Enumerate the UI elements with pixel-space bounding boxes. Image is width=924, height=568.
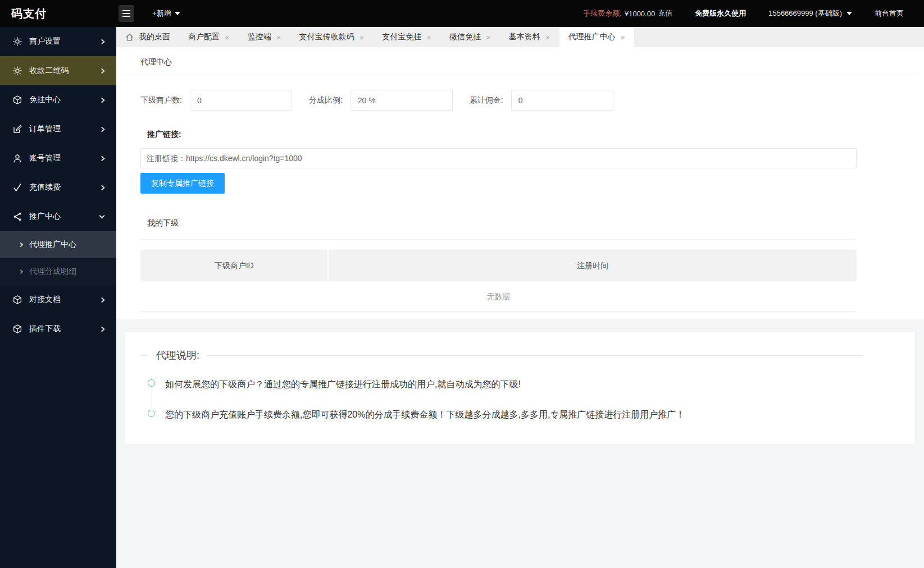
field-subordinate-count: 下级商户数: [140, 90, 292, 111]
sidebar-item-label: 商户设置 [29, 36, 100, 47]
topbar: 码支付 +新增 手续费余额: ¥1000.00 充值 免费版永久使用 15566… [0, 0, 924, 27]
sidebar-item-order-management[interactable]: 订单管理 [0, 114, 116, 144]
account-label: 15566669999 (基础版) [768, 8, 842, 19]
tab-label: 支付宝传收款码 [299, 32, 354, 42]
promotion-submenu: 代理推广中心 代理分成明细 [0, 231, 116, 285]
close-icon[interactable]: × [276, 33, 281, 42]
copy-promo-link-button[interactable]: 复制专属推广链接 [140, 173, 225, 194]
edit-icon [12, 124, 22, 134]
sidebar-item-api-docs[interactable]: 对接文档 [0, 285, 116, 314]
sidebar-item-label: 收款二维码 [29, 66, 100, 76]
check-icon [12, 182, 22, 193]
fee-balance-value: ¥1000.00 [625, 10, 655, 18]
cube-icon [12, 295, 22, 305]
close-icon[interactable]: × [225, 33, 230, 42]
tab-alipay-qr-upload[interactable]: 支付宝传收款码 × [290, 27, 374, 47]
field-label: 分成比例: [309, 95, 351, 106]
tab-basic-info[interactable]: 基本资料 × [500, 27, 559, 47]
sidebar-item-label: 对接文档 [29, 295, 100, 305]
sidebar-item-promotion-center[interactable]: 推广中心 [0, 202, 116, 231]
tab-label: 监控端 [248, 32, 271, 42]
tab-merchant-config[interactable]: 商户配置 × [179, 27, 239, 47]
chevron-right-icon [99, 297, 105, 303]
field-commission-ratio: 分成比例: [309, 90, 453, 111]
front-home-link[interactable]: 前台首页 [875, 8, 904, 19]
tab-bar: 我的桌面 商户配置 × 监控端 × 支付宝传收款码 × 支付宝免挂 × 微信免挂… [116, 27, 924, 47]
note-text: 如何发展您的下级商户？通过您的专属推广链接进行注册成功的用户,就自动成为您的下级… [165, 379, 521, 389]
sidebar-item-qrcode[interactable]: 收款二维码 [0, 56, 116, 85]
chevron-right-icon [99, 97, 105, 103]
notes-title-separator: 代理说明: [141, 349, 899, 362]
tab-label: 基本资料 [509, 32, 540, 42]
home-icon [125, 33, 134, 42]
share-icon [12, 212, 22, 222]
field-total-commission: 累计佣金: [470, 90, 613, 111]
tab-my-desktop[interactable]: 我的桌面 [116, 27, 179, 47]
register-link-box[interactable]: 注册链接：https://cs.dkewl.cn/login?tg=1000 [140, 148, 857, 168]
promo-link-label: 推广链接: [147, 130, 857, 140]
sidebar-subitem-label: 代理推广中心 [29, 240, 76, 250]
field-label: 下级商户数: [140, 95, 190, 106]
sidebar-subitem-agent-promotion-center[interactable]: 代理推广中心 [0, 231, 116, 258]
tab-wechat-free-hang[interactable]: 微信免挂 × [440, 27, 500, 47]
tab-monitor[interactable]: 监控端 × [239, 27, 290, 47]
tab-label: 微信免挂 [449, 32, 481, 42]
subordinates-table: 下级商户ID 注册时间 无数据 [140, 250, 857, 312]
tab-agent-promotion-center[interactable]: 代理推广中心 × [559, 27, 635, 47]
cube-icon [12, 324, 22, 334]
close-icon[interactable]: × [426, 33, 431, 42]
chevron-right-icon [99, 185, 105, 190]
chevron-right-icon [19, 269, 23, 274]
gear-icon [12, 66, 22, 76]
agent-stats-row: 下级商户数: 分成比例: 累计佣金: [140, 90, 857, 111]
chevron-right-icon [19, 242, 23, 247]
tab-label: 代理推广中心 [568, 32, 616, 42]
table-empty-row: 无数据 [140, 281, 857, 312]
agent-center-card: 代理中心 下级商户数: 分成比例: 累计佣金: [116, 47, 924, 319]
column-header-subordinate-id: 下级商户ID [140, 250, 329, 281]
chevron-right-icon [99, 126, 105, 132]
commission-ratio-input[interactable] [351, 90, 453, 111]
sidebar-item-label: 推广中心 [29, 212, 100, 222]
caret-down-icon [846, 12, 852, 15]
chevron-right-icon [99, 68, 105, 74]
fee-balance-label: 手续费余额: [583, 8, 622, 19]
sidebar-item-free-hang-center[interactable]: 免挂中心 [0, 85, 116, 114]
page-title: 代理中心 [124, 47, 916, 75]
notes-title: 代理说明: [149, 349, 207, 362]
sidebar-subitem-agent-commission-detail[interactable]: 代理分成明细 [0, 258, 116, 285]
close-icon[interactable]: × [486, 33, 491, 42]
sidebar-subitem-label: 代理分成明细 [29, 267, 76, 277]
subordinate-count-input[interactable] [190, 90, 292, 111]
sidebar-item-plugin-download[interactable]: 插件下载 [0, 314, 116, 343]
list-item: 您的下级商户充值账户手续费余额,您即可获得20%的分成手续费金额！下级越多分成越… [148, 409, 899, 421]
recharge-link[interactable]: 充值 [658, 8, 672, 19]
close-icon[interactable]: × [359, 33, 365, 42]
sidebar-item-label: 充值续费 [29, 182, 100, 193]
close-icon[interactable]: × [621, 33, 626, 42]
sidebar-item-account-management[interactable]: 账号管理 [0, 144, 116, 173]
fee-balance: 手续费余额: ¥1000.00 充值 [583, 8, 672, 19]
agent-notes-card: 代理说明: 如何发展您的下级商户？通过您的专属推广链接进行注册成功的用户,就自动… [125, 331, 916, 445]
sidebar-item-label: 插件下载 [29, 324, 100, 334]
table-header-row: 下级商户ID 注册时间 [140, 250, 857, 281]
tab-label: 支付宝免挂 [382, 32, 421, 42]
sidebar-item-recharge-renewal[interactable]: 充值续费 [0, 173, 116, 202]
tab-label: 我的桌面 [139, 32, 170, 42]
divider [207, 355, 862, 356]
list-item: 如何发展您的下级商户？通过您的专属推广链接进行注册成功的用户,就自动成为您的下级… [148, 379, 899, 391]
sidebar-item-label: 订单管理 [29, 124, 100, 134]
new-dropdown-button[interactable]: +新增 [152, 8, 180, 19]
close-icon[interactable]: × [545, 33, 550, 42]
gear-icon [12, 36, 22, 47]
tab-label: 商户配置 [188, 32, 220, 42]
topbar-right: 手续费余额: ¥1000.00 充值 免费版永久使用 15566669999 (… [583, 8, 924, 19]
tab-alipay-free-hang[interactable]: 支付宝免挂 × [373, 27, 440, 47]
chevron-down-icon [99, 213, 105, 219]
total-commission-input[interactable] [511, 90, 613, 111]
content-area: 代理中心 下级商户数: 分成比例: 累计佣金: [116, 47, 924, 568]
account-dropdown[interactable]: 15566669999 (基础版) [768, 8, 852, 19]
hamburger-menu-icon[interactable] [119, 5, 134, 22]
column-header-register-time: 注册时间 [329, 250, 857, 281]
sidebar-item-merchant-settings[interactable]: 商户设置 [0, 27, 116, 56]
